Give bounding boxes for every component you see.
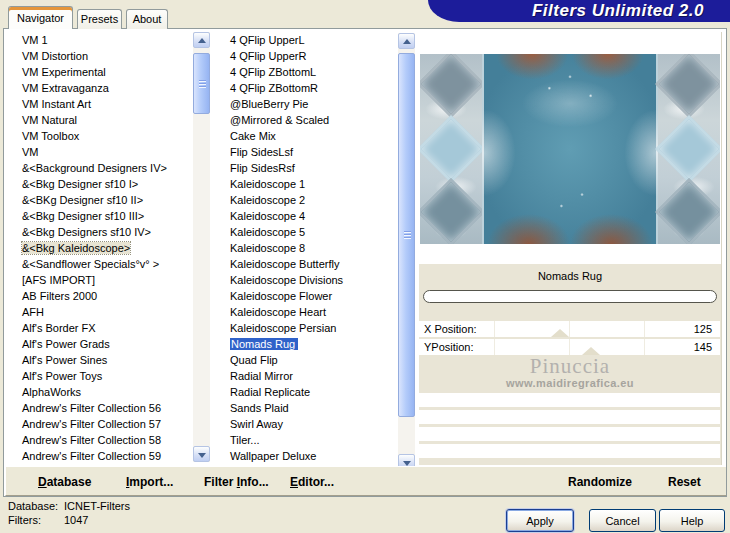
list-item[interactable]: AB Filters 2000: [9, 288, 193, 304]
list-item[interactable]: &<Bkg Kaleidoscope>: [9, 240, 193, 256]
list-item[interactable]: AlphaWorks: [9, 384, 193, 400]
empty-param-row: [419, 427, 720, 441]
list-item[interactable]: Flip SidesLsf: [214, 144, 398, 160]
filter-info-button[interactable]: Filter Info...: [198, 467, 275, 495]
param-slider-x[interactable]: X Position: 125: [419, 321, 720, 337]
apply-button[interactable]: Apply: [506, 509, 574, 532]
list-item[interactable]: VM Instant Art: [9, 96, 193, 112]
diamond-shape: [655, 54, 720, 118]
list-item[interactable]: Andrew's Filter Collection 57: [9, 416, 193, 432]
scrollbar-thumb[interactable]: [398, 53, 415, 417]
import-button[interactable]: Import...: [120, 467, 179, 495]
list-item[interactable]: &<Bkg Designer sf10 III>: [9, 208, 193, 224]
list-item[interactable]: Radial Replicate: [214, 384, 398, 400]
progress-bar: [423, 290, 717, 303]
category-scrollbar[interactable]: [193, 32, 210, 462]
grip-icon: [404, 231, 411, 239]
diamond-shape: [420, 178, 485, 244]
list-item[interactable]: @Mirrored & Scaled: [214, 112, 398, 128]
list-item[interactable]: VM Distortion: [9, 48, 193, 64]
diamond-shape: [420, 115, 485, 183]
list-item[interactable]: Kaleidoscope 8: [214, 240, 398, 256]
list-item[interactable]: 4 QFlip UpperR: [214, 48, 398, 64]
scroll-up-button[interactable]: [398, 33, 415, 49]
label-part: Filter: [204, 475, 237, 489]
tab-about-label: About: [133, 13, 162, 25]
list-item[interactable]: Andrew's Filter Collection 58: [9, 432, 193, 448]
list-item[interactable]: 4 QFlip ZBottomL: [214, 64, 398, 80]
arrow-down-icon: [198, 453, 206, 458]
list-item[interactable]: VM Natural: [9, 112, 193, 128]
category-list[interactable]: VM 1VM DistortionVM ExperimentalVM Extra…: [9, 32, 193, 463]
list-item[interactable]: Alf's Power Grads: [9, 336, 193, 352]
editor-button[interactable]: Editor...: [284, 467, 340, 495]
list-item[interactable]: VM 1: [9, 32, 193, 48]
cancel-button[interactable]: Cancel: [589, 509, 656, 532]
preview-left-strip: [420, 54, 482, 244]
list-item[interactable]: Kaleidoscope 2: [214, 192, 398, 208]
scrollbar-thumb[interactable]: [193, 53, 210, 114]
list-item[interactable]: Sands Plaid: [214, 400, 398, 416]
list-item[interactable]: Kaleidoscope Divisions: [214, 272, 398, 288]
empty-param-row: [419, 444, 720, 458]
list-item[interactable]: &<Bkg Designers sf10 IV>: [9, 224, 193, 240]
diamond-shape: [655, 178, 720, 244]
list-item[interactable]: &<Background Designers IV>: [9, 160, 193, 176]
filters-count-label: Filters:: [8, 514, 41, 526]
randomize-button[interactable]: Randomize: [562, 467, 638, 495]
scroll-up-button[interactable]: [193, 32, 210, 48]
diamond-shape: [420, 54, 485, 118]
list-item[interactable]: Kaleidoscope Flower: [214, 288, 398, 304]
list-item[interactable]: Kaleidoscope 4: [214, 208, 398, 224]
list-item[interactable]: Kaleidoscope Butterfly: [214, 256, 398, 272]
param-value: 145: [694, 339, 712, 355]
list-item[interactable]: Swirl Away: [214, 416, 398, 432]
tab-presets-label: Presets: [81, 13, 118, 25]
list-item[interactable]: VM: [9, 144, 193, 160]
list-item[interactable]: Nomads Rug: [214, 336, 398, 352]
list-item[interactable]: Cake Mix: [214, 128, 398, 144]
list-item[interactable]: Andrew's Filter Collection 59: [9, 448, 193, 463]
list-item[interactable]: VM Experimental: [9, 64, 193, 80]
slider-thumb-icon[interactable]: [551, 329, 569, 337]
list-item[interactable]: @BlueBerry Pie: [214, 96, 398, 112]
list-item[interactable]: Alf's Power Toys: [9, 368, 193, 384]
list-item[interactable]: [AFS IMPORT]: [9, 272, 193, 288]
list-item[interactable]: AFH: [9, 304, 193, 320]
preview-image[interactable]: [420, 54, 720, 244]
database-button[interactable]: Database: [32, 467, 97, 495]
tab-presets[interactable]: Presets: [77, 9, 122, 29]
scroll-down-button[interactable]: [193, 446, 210, 462]
filter-list[interactable]: 4 QFlip UpperL4 QFlip UpperR4 QFlip ZBot…: [214, 32, 398, 463]
list-item[interactable]: &<Sandflower Specials°v° >: [9, 256, 193, 272]
list-item[interactable]: 4 QFlip ZBottomR: [214, 80, 398, 96]
reset-button[interactable]: Reset: [662, 467, 707, 495]
param-slider-y[interactable]: YPosition: 145: [419, 339, 720, 355]
list-item[interactable]: Wallpaper Deluxe: [214, 448, 398, 463]
list-item[interactable]: Kaleidoscope 1: [214, 176, 398, 192]
list-item[interactable]: Tiler...: [214, 432, 398, 448]
list-item[interactable]: Flip SidesRsf: [214, 160, 398, 176]
tab-about[interactable]: About: [126, 9, 168, 29]
list-item[interactable]: Radial Mirror: [214, 368, 398, 384]
list-item[interactable]: &<Bkg Designer sf10 I>: [9, 176, 193, 192]
list-item[interactable]: Quad Flip: [214, 352, 398, 368]
list-item[interactable]: Kaleidoscope Persian: [214, 320, 398, 336]
list-item[interactable]: Alf's Power Sines: [9, 352, 193, 368]
title-banner: Filters Unlimited 2.0: [428, 0, 730, 22]
list-item[interactable]: Alf's Border FX: [9, 320, 193, 336]
list-item[interactable]: Kaleidoscope 5: [214, 224, 398, 240]
filter-scrollbar[interactable]: [398, 33, 415, 470]
param-label: YPosition:: [424, 339, 474, 355]
navigator-tab-page: VM 1VM DistortionVM ExperimentalVM Extra…: [3, 28, 727, 497]
list-item[interactable]: VM Toolbox: [9, 128, 193, 144]
list-item[interactable]: VM Extravaganza: [9, 80, 193, 96]
bottom-toolbar: Database Import... Filter Info... Editor…: [5, 466, 726, 496]
tab-navigator[interactable]: Navigator: [8, 6, 73, 29]
list-item[interactable]: 4 QFlip UpperL: [214, 32, 398, 48]
list-item[interactable]: &<BKg Designer sf10 II>: [9, 192, 193, 208]
arrow-up-icon: [403, 39, 411, 44]
list-item[interactable]: Andrew's Filter Collection 56: [9, 400, 193, 416]
list-item[interactable]: Kaleidoscope Heart: [214, 304, 398, 320]
help-button[interactable]: Help: [659, 509, 725, 532]
